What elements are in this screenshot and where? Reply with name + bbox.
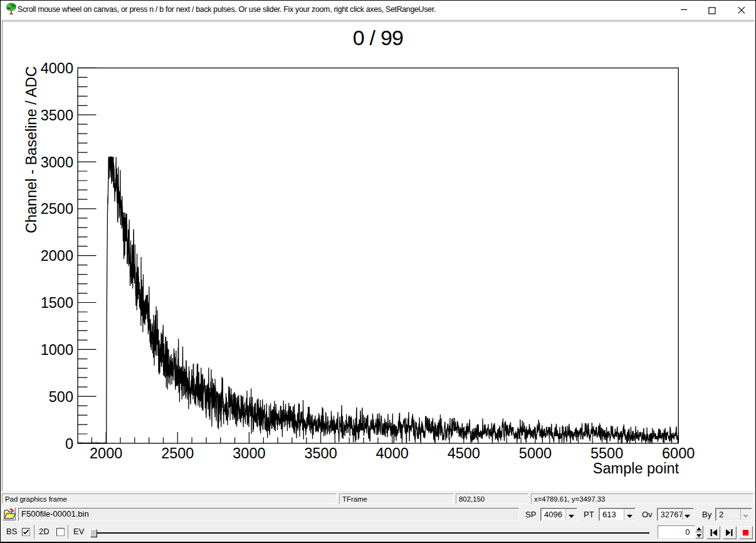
svg-text:0 / 99: 0 / 99	[353, 26, 403, 50]
svg-text:2500: 2500	[41, 201, 73, 217]
svg-text:2000: 2000	[90, 445, 122, 461]
svg-text:500: 500	[49, 389, 73, 405]
svg-text:3000: 3000	[41, 154, 73, 171]
svg-text:3500: 3500	[41, 107, 73, 124]
svg-text:6000: 6000	[662, 445, 695, 461]
svg-text:4500: 4500	[448, 445, 480, 461]
svg-text:2500: 2500	[161, 445, 194, 461]
svg-text:4000: 4000	[376, 445, 409, 461]
svg-text:2000: 2000	[41, 248, 73, 264]
svg-text:0: 0	[65, 436, 73, 452]
svg-text:Sample point: Sample point	[593, 460, 680, 477]
svg-text:1500: 1500	[41, 295, 73, 311]
svg-text:Channel - Baseline / ADC: Channel - Baseline / ADC	[23, 66, 39, 233]
svg-text:3500: 3500	[304, 445, 337, 461]
svg-text:4000: 4000	[41, 60, 73, 76]
svg-text:3000: 3000	[233, 445, 265, 461]
svg-text:5500: 5500	[591, 445, 623, 461]
svg-text:5000: 5000	[519, 445, 552, 461]
svg-text:1000: 1000	[41, 342, 73, 358]
